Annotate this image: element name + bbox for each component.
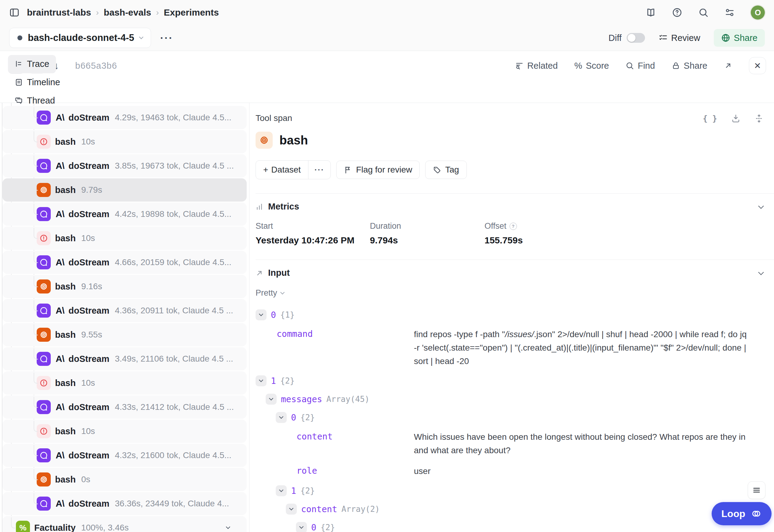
download-button[interactable] <box>731 114 740 123</box>
collapse-node-button[interactable] <box>276 412 287 423</box>
breadcrumb-page[interactable]: Experiments <box>164 7 219 18</box>
open-external-button[interactable] <box>724 61 732 70</box>
breadcrumb-project[interactable]: bash-evals <box>104 7 151 18</box>
panel-menu-button[interactable] <box>748 481 765 499</box>
json-key: 1 <box>271 376 276 386</box>
review-button[interactable]: Review <box>659 33 700 43</box>
diff-toggle[interactable] <box>627 33 645 43</box>
raw-json-button[interactable]: { } <box>703 114 717 123</box>
doStream[interactable]: A\ doStream 4.42s, 19898 tok, Claude 4.5… <box>2 202 247 226</box>
bash[interactable]: bash 10s <box>2 371 247 395</box>
json-suffix: Array(45) <box>327 395 370 404</box>
find-button[interactable]: Find <box>626 61 655 71</box>
doStream[interactable]: A\ doStream 3.85s, 19673 tok, Claude 4.5… <box>2 154 247 177</box>
llm-span-icon <box>37 159 51 173</box>
collapse-node-button[interactable] <box>256 375 267 386</box>
share-button[interactable]: Share <box>714 29 765 47</box>
share-span-button[interactable]: Share <box>672 61 707 71</box>
avatar[interactable]: O <box>751 5 765 20</box>
bash[interactable]: bash 9.16s <box>2 275 247 298</box>
docs-button[interactable] <box>646 7 656 18</box>
span-name: doStream <box>68 499 109 509</box>
llm-span-icon <box>37 304 51 318</box>
help-button[interactable] <box>672 7 682 18</box>
bash[interactable]: bash 10s <box>2 420 247 443</box>
expand-sections-button[interactable] <box>754 114 764 123</box>
dataset-label: Dataset <box>271 165 301 175</box>
doStream[interactable]: A\ doStream 4.33s, 21412 tok, Claude 4.5… <box>2 395 247 419</box>
loop-button[interactable]: Loop <box>712 502 772 525</box>
braintrust-app: braintrust-labs › bash-evals › Experimen… <box>0 0 774 532</box>
related-button[interactable]: Related <box>515 61 558 71</box>
doStream[interactable]: A\ doStream 4.36s, 20911 tok, Claude 4.5… <box>2 299 247 322</box>
doStream[interactable]: A\ doStream 4.66s, 20159 tok, Claude 4.5… <box>2 251 247 274</box>
tag-button[interactable]: Tag <box>425 161 466 179</box>
collapse-node-button[interactable] <box>276 485 287 496</box>
score-meta: 100%, 3.46s <box>81 523 129 532</box>
chevron-down-icon[interactable] <box>227 525 230 530</box>
flag-for-review-button[interactable]: Flag for review <box>336 161 420 179</box>
json-tree-row: content Array(2) <box>256 504 774 515</box>
span-name: bash <box>55 475 76 485</box>
doStream[interactable]: A\ doStream 36.36s, 23449 tok, Claude 4.… <box>2 492 247 515</box>
sidebar-toggle-button[interactable] <box>9 7 20 18</box>
search-icon <box>626 61 634 70</box>
input-heading: Input <box>268 268 290 278</box>
span-meta: 36.36s, 23449 tok, Claude 4... <box>115 499 229 508</box>
role-value: user <box>414 465 760 478</box>
anthropic-logo: A\ <box>56 209 64 219</box>
trace-view-tab[interactable]: Trace <box>8 55 56 73</box>
collapse-node-button[interactable] <box>296 522 307 532</box>
trace-toolbar: ↑ ↓ b665a3b6 Related % Score <box>0 51 774 80</box>
tag-label: Tag <box>445 165 459 175</box>
doStream[interactable]: A\ doStream 3.49s, 21106 tok, Claude 4.5… <box>2 347 247 370</box>
add-to-dataset-button[interactable]: + Dataset <box>256 161 308 179</box>
external-link-icon <box>724 61 732 70</box>
json-tree-row: content Which issues have been open the … <box>256 430 774 457</box>
global-search-button[interactable] <box>698 7 709 18</box>
experiment-bar: bash-claude-sonnet-4-5 ··· Diff Review S… <box>0 25 774 51</box>
json-key: content <box>301 504 337 514</box>
span-name: doStream <box>68 161 109 171</box>
span-kind-label: Tool span <box>256 113 774 123</box>
metric-start: Start Yesterday 10:47:26 PM <box>256 221 370 246</box>
plus-icon: + <box>263 165 268 175</box>
expand-vertical-icon <box>754 114 764 123</box>
score-button[interactable]: % Score <box>574 61 609 71</box>
settings-button[interactable] <box>725 7 735 18</box>
factuality-score-row[interactable]: % Factuality 100%, 3.46s <box>2 516 247 532</box>
bash[interactable]: bash 0s <box>2 468 247 491</box>
llm-span-icon <box>37 400 51 414</box>
anthropic-logo: A\ <box>56 257 64 268</box>
collapse-node-button[interactable] <box>256 309 267 320</box>
experiment-more-button[interactable]: ··· <box>160 32 173 44</box>
input-section: Input Pretty 0 {1} <box>256 260 774 532</box>
collapse-node-button[interactable] <box>286 504 297 515</box>
dataset-more-button[interactable]: ··· <box>309 161 330 179</box>
checklist-icon <box>659 33 668 42</box>
bash[interactable]: bash 10s <box>2 130 247 153</box>
duration-label: Duration <box>370 221 401 231</box>
breadcrumb-org[interactable]: braintrust-labs <box>27 7 91 18</box>
bash[interactable]: bash 9.79s <box>2 178 247 202</box>
span-name: bash <box>55 378 76 388</box>
review-label: Review <box>671 33 700 43</box>
trace-view-tab[interactable]: Timeline <box>8 73 67 92</box>
span-meta: 10s <box>81 378 95 388</box>
span-name: doStream <box>68 113 109 123</box>
bash[interactable]: bash 10s <box>2 227 247 250</box>
close-trace-button[interactable]: ✕ <box>749 57 766 74</box>
collapse-metrics-button[interactable] <box>759 205 763 210</box>
doStream[interactable]: A\ doStream 4.32s, 21600 tok, Claude 4.5… <box>2 444 247 467</box>
collapse-node-button[interactable] <box>266 394 277 405</box>
trace-panel: ↑ ↓ b665a3b6 Related % Score <box>0 51 774 532</box>
experiment-selector[interactable]: bash-claude-sonnet-4-5 <box>9 28 151 48</box>
doStream[interactable]: A\ doStream 4.29s, 19463 tok, Claude 4.5… <box>2 106 247 129</box>
format-dropdown[interactable]: Pretty <box>256 288 284 298</box>
tab-label: Timeline <box>27 77 60 87</box>
span-meta: 4.33s, 21412 tok, Claude 4.5 ... <box>115 402 234 412</box>
span-name: doStream <box>68 450 109 461</box>
span-name: bash <box>55 426 76 436</box>
bash[interactable]: bash 9.55s <box>2 323 247 346</box>
collapse-input-button[interactable] <box>759 271 763 276</box>
